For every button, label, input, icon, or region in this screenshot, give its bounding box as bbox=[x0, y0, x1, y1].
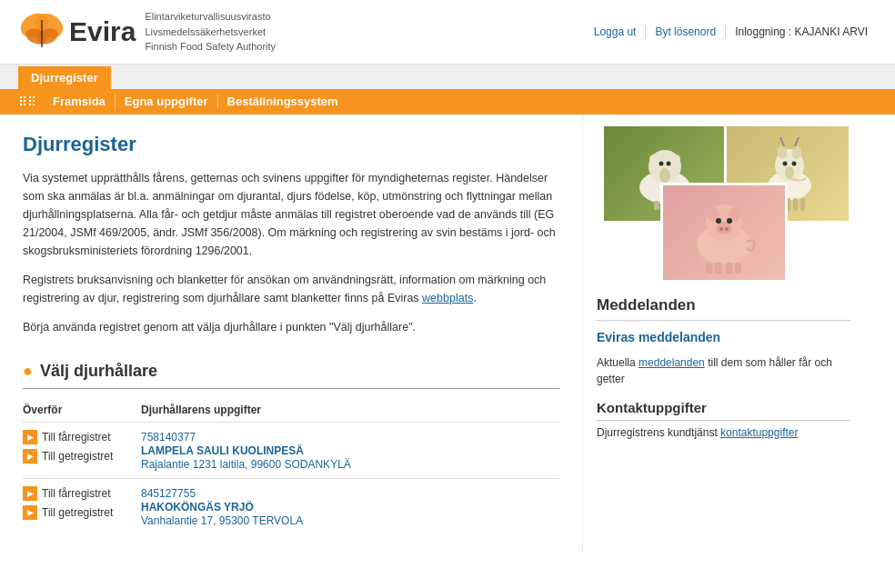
evira-msg-title: Eviras meddelanden bbox=[597, 330, 850, 349]
evira-logo-icon bbox=[18, 13, 65, 51]
far-arrow-icon-2 bbox=[23, 486, 37, 501]
svg-rect-29 bbox=[793, 198, 798, 211]
holders-list: Till fårregistret Till getregistret 7581… bbox=[23, 422, 559, 534]
pig-image bbox=[660, 183, 788, 283]
svg-point-25 bbox=[792, 161, 797, 165]
logo-area: Evira bbox=[18, 13, 136, 51]
logout-link[interactable]: Logga ut bbox=[585, 25, 647, 38]
holder-2-address: Vanhalantie 17, 95300 TERVOLA bbox=[141, 514, 303, 527]
svg-point-35 bbox=[716, 222, 732, 234]
djurregister-tab[interactable]: Djurregister bbox=[18, 66, 111, 89]
nav-framsida[interactable]: Framsida bbox=[44, 95, 116, 108]
nav-bestallningssystem[interactable]: Beställningssystem bbox=[218, 95, 347, 108]
main-content: Djurregister Via systemet upprätthålls f… bbox=[0, 115, 582, 553]
holder-2-far-label: Till fårregistret bbox=[42, 487, 111, 500]
org-names: Elintarviketurvallisuusvirasto Livsmedel… bbox=[145, 9, 276, 55]
nav-grip-icon: ⠿⠿ bbox=[18, 95, 36, 109]
org-name-fi: Elintarviketurvallisuusvirasto bbox=[145, 9, 276, 25]
svg-line-23 bbox=[795, 137, 799, 146]
svg-point-11 bbox=[659, 168, 670, 183]
holder-1-far-btn[interactable]: Till fårregistret bbox=[23, 430, 141, 444]
intro-paragraph-3: Börja använda registret genom att välja … bbox=[23, 318, 559, 336]
svg-point-38 bbox=[716, 218, 721, 224]
svg-point-37 bbox=[725, 227, 729, 231]
svg-rect-42 bbox=[726, 263, 732, 274]
change-password-link[interactable]: Byt lösenord bbox=[646, 25, 726, 38]
holder-2-get-btn[interactable]: Till getregistret bbox=[23, 505, 141, 520]
table-row: Till fårregistret Till getregistret 8451… bbox=[23, 478, 559, 534]
holder-2-name: HAKOKÖNGÄS YRJÖ bbox=[141, 501, 254, 513]
content-wrapper: Djurregister Via systemet upprätthålls f… bbox=[0, 115, 895, 553]
svg-point-24 bbox=[783, 161, 788, 165]
holder-1-far-label: Till fårregistret bbox=[42, 431, 111, 443]
holder-2-get-label: Till getregistret bbox=[42, 506, 113, 519]
sidebar: Meddelanden Eviras meddelanden Aktuella … bbox=[582, 115, 864, 553]
table-header: Överför Djurhållarens uppgifter bbox=[23, 400, 559, 422]
user-navigation: Logga ut Byt lösenord Inloggning : KAJAN… bbox=[585, 25, 877, 38]
get-arrow-icon-2 bbox=[23, 505, 37, 520]
svg-rect-14 bbox=[654, 201, 659, 210]
col-overfor-header: Överför bbox=[23, 404, 141, 416]
logo-text: Evira bbox=[69, 16, 136, 47]
holder-2-far-btn[interactable]: Till fårregistret bbox=[23, 486, 141, 501]
intro-paragraph-2: Registrets bruksanvisning och blanketter… bbox=[23, 271, 559, 307]
svg-point-9 bbox=[649, 154, 659, 164]
holder-1-info: 758140377 LAMPELA SAULI KUOLINPESÄ Rajal… bbox=[141, 430, 559, 471]
holder-2-transfers: Till fårregistret Till getregistret bbox=[23, 486, 141, 527]
login-info: Inloggning : KAJANKI ARVI bbox=[726, 25, 877, 38]
holder-2-id[interactable]: 845127755 bbox=[141, 487, 196, 500]
svg-rect-41 bbox=[715, 263, 721, 274]
section-title: Välj djurhållare bbox=[23, 362, 559, 381]
svg-rect-43 bbox=[735, 263, 741, 274]
org-name-en: Finnish Food Safety Authority bbox=[145, 39, 276, 55]
evira-messages-section: Eviras meddelanden Aktuella meddelanden … bbox=[597, 330, 850, 387]
far-arrow-icon-1 bbox=[23, 430, 37, 444]
org-name-sv: Livsmedelssäkerhetsverket bbox=[145, 25, 276, 40]
holder-1-address: Rajalantie 1231 laitila, 99600 SODANKYLÄ bbox=[141, 458, 351, 471]
get-arrow-icon-1 bbox=[23, 449, 37, 463]
contact-link[interactable]: kontaktuppgifter bbox=[720, 426, 798, 439]
webbplats-link[interactable]: webbplats bbox=[422, 292, 473, 304]
evira-msg-text: Aktuella meddelanden till dem som håller… bbox=[597, 354, 850, 387]
messages-title: Meddelanden bbox=[597, 296, 850, 321]
svg-point-10 bbox=[671, 154, 680, 164]
svg-point-13 bbox=[667, 161, 671, 165]
holder-1-id[interactable]: 758140377 bbox=[141, 431, 196, 443]
tab-bar: Djurregister bbox=[0, 65, 895, 89]
svg-point-36 bbox=[719, 227, 723, 231]
evira-msg-link[interactable]: meddelanden bbox=[639, 356, 705, 369]
holder-1-get-btn[interactable]: Till getregistret bbox=[23, 449, 141, 463]
animal-collage bbox=[597, 124, 851, 283]
contact-label: Djurregistrens kundtjänst bbox=[597, 426, 718, 439]
evira-msg-aktuella: Aktuella bbox=[597, 356, 636, 369]
svg-rect-40 bbox=[706, 263, 712, 274]
nav-egna-uppgifter[interactable]: Egna uppgifter bbox=[116, 95, 218, 108]
contact-text: Djurregistrens kundtjänst kontaktuppgift… bbox=[597, 426, 850, 439]
holder-2-info: 845127755 HAKOKÖNGÄS YRJÖ Vanhalantie 17… bbox=[141, 486, 559, 527]
page-title: Djurregister bbox=[23, 133, 559, 156]
table-row: Till fårregistret Till getregistret 7581… bbox=[23, 422, 559, 478]
svg-point-12 bbox=[659, 161, 664, 165]
page-header: Evira Elintarviketurvallisuusvirasto Liv… bbox=[0, 0, 895, 65]
svg-line-22 bbox=[780, 137, 784, 146]
svg-rect-30 bbox=[800, 198, 805, 211]
pig-svg bbox=[674, 192, 774, 274]
col-uppgifter-header: Djurhållarens uppgifter bbox=[141, 404, 559, 416]
intro-paragraph-1: Via systemet upprätthålls fårens, getter… bbox=[23, 169, 559, 260]
section-divider bbox=[23, 388, 559, 389]
svg-point-26 bbox=[785, 166, 794, 179]
contact-section: Kontaktuppgifter Djurregistrens kundtjän… bbox=[597, 400, 850, 439]
contact-title: Kontaktuppgifter bbox=[597, 400, 850, 421]
holder-1-get-label: Till getregistret bbox=[42, 450, 113, 463]
holder-1-transfers: Till fårregistret Till getregistret bbox=[23, 430, 141, 471]
holder-1-name: LAMPELA SAULI KUOLINPESÄ bbox=[141, 444, 304, 457]
main-nav: ⠿⠿ Framsida Egna uppgifter Beställningss… bbox=[0, 89, 895, 115]
svg-point-39 bbox=[727, 218, 732, 224]
